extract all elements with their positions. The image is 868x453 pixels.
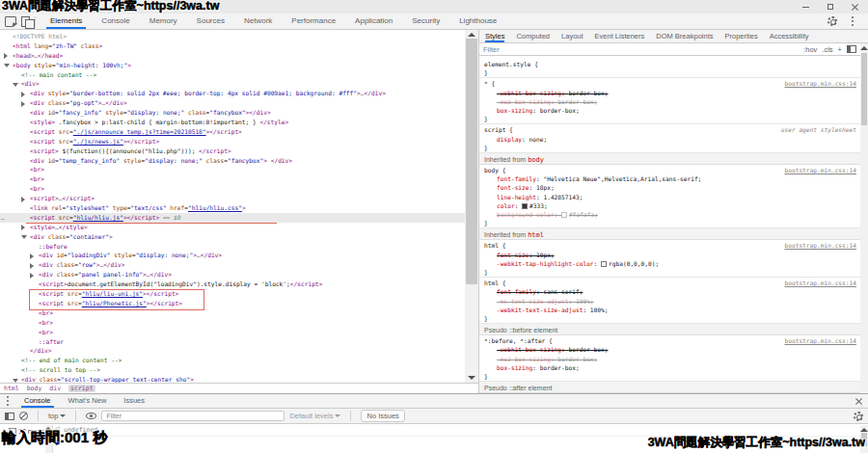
scrollbar-thumb[interactable] (861, 53, 867, 125)
tab-console[interactable]: Console (92, 13, 139, 29)
settings-gear-icon[interactable] (827, 16, 837, 26)
node-link[interactable]: html (528, 231, 544, 239)
css-property[interactable]: display: none; (484, 135, 856, 144)
devtools-menu-icon[interactable] (852, 16, 854, 26)
issues-counter[interactable]: No Issues (361, 410, 404, 422)
dom-tree-row[interactable]: <div class="scroll-top-wrapper text-cent… (0, 375, 465, 383)
dom-tree-row[interactable]: <br> (0, 174, 465, 184)
tab-network[interactable]: Network (234, 13, 282, 29)
dom-tree-row[interactable]: <!DOCTYPE html> (0, 32, 465, 41)
scroll-up-icon[interactable] (860, 428, 868, 432)
breadcrumb-item-div[interactable]: div (49, 385, 61, 392)
styles-tab-computed[interactable]: Computed (510, 30, 556, 42)
device-toolbar-icon[interactable] (21, 16, 30, 27)
styles-filter-input[interactable]: Filter (483, 45, 500, 54)
scroll-up-icon[interactable] (860, 46, 868, 50)
tab-memory[interactable]: Memory (140, 13, 187, 29)
dom-tree-row[interactable]: <!-- scroll to top --> (0, 365, 465, 375)
dom-tree-row[interactable]: <script>…</script> (0, 194, 465, 203)
console-prompt[interactable]: > (53, 437, 868, 447)
dom-tree-row[interactable]: <div style="border-bottom: solid 2px #ee… (0, 89, 465, 98)
css-property[interactable]: line-height: 1.42857143; (484, 193, 856, 201)
dom-tree-row[interactable]: <div id="fancy_info" style="display: non… (0, 108, 465, 118)
log-levels-dropdown[interactable]: Default levels (289, 412, 340, 420)
styles-tab-layout[interactable]: Layout (556, 30, 589, 42)
tab-sources[interactable]: Sources (187, 13, 234, 29)
console-sidebar-icon[interactable] (5, 413, 14, 420)
dom-tree-row[interactable]: ::after (0, 337, 465, 347)
scroll-down-icon[interactable] (468, 376, 475, 380)
inspect-element-icon[interactable] (5, 16, 16, 27)
dom-tree-row[interactable]: <div class="pg-opt">…</div> (0, 98, 465, 108)
styles-scrollbar[interactable] (860, 43, 868, 393)
css-property[interactable]: background-color: #fafafa; (484, 210, 856, 219)
dom-tree-row[interactable]: <link rel="stylesheet" type="text/css" h… (0, 203, 465, 213)
computed-sidebar-icon[interactable] (847, 45, 856, 53)
dom-tree-row[interactable]: <style> .fancybox > p:last-child { margi… (0, 118, 465, 127)
dom-tree-row[interactable]: <script src="./js/announce_temp.js?time=… (0, 127, 465, 137)
dom-tree-row[interactable]: <div class="container"> (0, 232, 465, 242)
window-maximize-icon[interactable] (827, 4, 833, 10)
expand-arrow-icon[interactable] (21, 92, 25, 97)
breadcrumb-item-script[interactable]: script (68, 385, 95, 392)
css-property[interactable]: box-sizing: border-box; (484, 363, 856, 372)
drawer-menu-icon[interactable] (7, 396, 10, 406)
tab-lighthouse[interactable]: Lighthouse (449, 13, 506, 29)
tab-application[interactable]: Application (345, 13, 402, 29)
breadcrumb-item-html[interactable]: html (4, 385, 19, 392)
console-filter-input[interactable]: Filter (101, 411, 285, 421)
stylesheet-link[interactable]: bootstrap.min.css:14 (784, 79, 856, 88)
dom-tree-row[interactable]: <!-- main content --> (0, 70, 465, 80)
css-property[interactable]: -webkit-box-sizing: border-box; (484, 345, 856, 354)
expand-arrow-icon[interactable] (30, 253, 34, 259)
collapse-arrow-icon[interactable] (13, 83, 18, 87)
window-close-icon[interactable] (852, 4, 858, 11)
collapse-arrow-icon[interactable] (4, 64, 10, 67)
dom-tree-row[interactable]: <br> (0, 184, 465, 194)
dom-tree-row[interactable]: …<script src="hliu/hliu.js"></script> ==… (0, 213, 465, 223)
stylesheet-link[interactable]: bootstrap.min.css:14 (784, 241, 856, 250)
dom-tree-row[interactable]: <div> (0, 79, 465, 89)
expand-arrow-icon[interactable] (21, 197, 25, 202)
styles-tab-styles[interactable]: Styles (479, 30, 510, 42)
dom-tree-row[interactable]: <div class="panel panel-info">…</div> (0, 270, 465, 280)
tab-security[interactable]: Security (402, 13, 449, 29)
dom-tree-row[interactable]: <div class="row">…</div> (0, 260, 465, 270)
styles-tab-accessibility[interactable]: Accessibility (764, 30, 815, 42)
css-property[interactable]: -webkit-box-sizing: border-box; (484, 89, 856, 97)
drawer-tab-issues[interactable]: Issues (115, 394, 153, 408)
expand-arrow-icon[interactable] (4, 53, 8, 59)
dom-tree-row[interactable]: ::before (0, 242, 465, 252)
css-property[interactable]: font-size: 18px; (484, 183, 856, 192)
dom-tree-row[interactable]: <div id="loadingDiv" style="display: non… (0, 251, 465, 260)
stylesheet-link[interactable]: bootstrap.min.css:14 (784, 166, 856, 174)
dom-tree-row[interactable]: <html lang="zh-TW" class> (0, 41, 465, 51)
scrollbar-thumb[interactable] (466, 39, 477, 284)
dom-tree-row[interactable]: <script>document.getElementById("loading… (0, 280, 465, 289)
css-property[interactable]: font-family: sans-serif; (484, 287, 856, 296)
stylesheet-link[interactable]: bootstrap.min.css:14 (784, 336, 856, 345)
expand-arrow-icon[interactable] (21, 101, 25, 107)
clear-console-icon[interactable] (19, 412, 28, 420)
window-minimize-icon[interactable] (802, 7, 809, 8)
dom-tree-row[interactable]: <script> $(function(){(announce("hliu.ph… (0, 147, 465, 156)
css-property[interactable]: -ms-text-size-adjust: 100%; (484, 297, 856, 306)
tab-performance[interactable]: Performance (282, 13, 345, 29)
css-property[interactable]: -webkit-text-size-adjust: 100%; (484, 306, 856, 314)
dom-tree-row[interactable]: <div id="temp_fancy_info" style="display… (0, 156, 465, 166)
css-property[interactable]: box-sizing: border-box; (484, 106, 856, 115)
elements-scrollbar[interactable] (465, 30, 478, 383)
dom-tree-row[interactable]: <script src="hliu/liu-uni.js"></script> (0, 289, 465, 299)
css-property[interactable]: -moz-box-sizing: border-box; (484, 97, 856, 106)
dom-tree-row[interactable]: <body style="min-height: 100vh;"> (0, 61, 465, 70)
expand-arrow-icon[interactable] (30, 263, 34, 269)
dom-tree-row[interactable]: <style>…</style> (0, 223, 465, 232)
live-expression-icon[interactable] (86, 413, 96, 419)
dom-tree-row[interactable]: <head>…</head> (0, 51, 465, 61)
console-settings-icon[interactable] (854, 412, 863, 421)
dom-tree-row[interactable]: <br> (0, 318, 465, 328)
expand-arrow-icon[interactable] (21, 225, 25, 230)
hov-toggle[interactable]: :hov (803, 45, 817, 54)
dom-tree-row[interactable]: <br> (0, 165, 465, 174)
stylesheet-link[interactable]: bootstrap.min.css:14 (784, 279, 856, 287)
